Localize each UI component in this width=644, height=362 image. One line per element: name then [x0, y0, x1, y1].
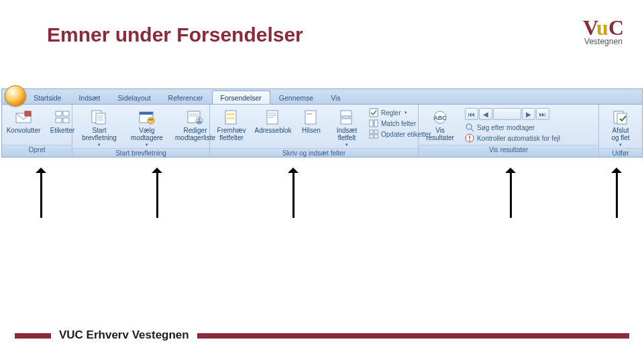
- annotation-arrow: [292, 171, 294, 218]
- highlight-fields-icon: [222, 109, 241, 126]
- svg-point-47: [469, 140, 470, 141]
- svg-rect-34: [374, 120, 378, 127]
- svg-point-20: [198, 118, 201, 121]
- svg-rect-2: [56, 111, 62, 116]
- svg-rect-32: [370, 109, 378, 117]
- btn-vaelg-modtagere[interactable]: Vælg modtagere ▾: [124, 107, 170, 148]
- group-label-udfor: Udfør: [599, 148, 642, 157]
- annotation-arrow: [156, 171, 158, 218]
- logo: VuC Vestegnen: [583, 17, 624, 46]
- nav-prev[interactable]: ◀: [479, 108, 492, 120]
- group-label-opret: Opret: [2, 145, 72, 157]
- svg-rect-22: [227, 113, 235, 115]
- annotation-arrow: [510, 171, 512, 218]
- group-opret: Konvolutter Etiketter Opret: [2, 105, 72, 157]
- annotation-arrow: [40, 171, 42, 218]
- ribbon: Startside Indsæt Sidelayout Referencer F…: [1, 88, 643, 158]
- svg-rect-28: [305, 111, 316, 124]
- svg-rect-12: [140, 112, 153, 115]
- page-title: Emner under Forsendelser: [47, 23, 303, 46]
- mailmerge-start-icon: [90, 109, 109, 126]
- chevron-down-icon: ▾: [146, 142, 148, 147]
- svg-rect-3: [63, 111, 69, 116]
- nav-record-box[interactable]: [493, 108, 521, 120]
- address-block-icon: [264, 109, 282, 126]
- search-icon: [465, 123, 474, 132]
- tab-referencer[interactable]: Referencer: [160, 90, 212, 104]
- envelope-icon: [14, 109, 33, 126]
- svg-rect-39: [370, 135, 373, 138]
- svg-rect-4: [56, 118, 62, 123]
- update-labels-icon: [369, 129, 378, 139]
- svg-text:ABC: ABC: [433, 115, 447, 121]
- tab-startside[interactable]: Startside: [25, 90, 70, 104]
- check-errors-icon: [465, 133, 474, 143]
- btn-indsaet-fletfelt[interactable]: Indsæt fletfelt ▾: [327, 107, 366, 148]
- nav-last[interactable]: ⏭: [536, 108, 549, 120]
- rules-icon: [369, 108, 378, 117]
- svg-rect-38: [374, 130, 378, 133]
- tab-gennemse[interactable]: Gennemse: [270, 90, 322, 104]
- insert-field-icon: [337, 109, 356, 126]
- group-vis-resultater: ABC Vis resultater ⏮ ◀ ▶ ⏭: [419, 105, 599, 157]
- tab-sidelayout[interactable]: Sidelayout: [109, 90, 160, 104]
- group-udfor: Afslut og flet ▾ Udfør: [599, 105, 642, 157]
- greeting-icon: [302, 109, 321, 126]
- svg-point-15: [151, 119, 152, 120]
- btn-fremhaev-fletfelter[interactable]: Fremhæv fletfelter: [212, 107, 251, 142]
- svg-rect-7: [96, 113, 105, 124]
- btn-konvolutter[interactable]: Konvolutter: [4, 107, 43, 135]
- svg-line-44: [471, 129, 474, 131]
- chevron-down-icon: ▾: [619, 142, 622, 147]
- svg-rect-23: [227, 117, 235, 119]
- btn-adresseblok[interactable]: Adresseblok: [251, 107, 295, 135]
- annotation-arrow: [616, 171, 618, 218]
- nav-next[interactable]: ▶: [522, 108, 535, 120]
- recipients-icon: [138, 109, 156, 126]
- svg-rect-40: [374, 135, 378, 138]
- chevron-down-icon: ▾: [345, 142, 348, 147]
- btn-hilsen[interactable]: Hilsen: [295, 107, 327, 135]
- group-label-vis: Vis resultater: [419, 145, 598, 157]
- group-label-skriv: Skriv og indsæt felter: [210, 148, 418, 157]
- tab-forsendelser[interactable]: Forsendelser: [212, 90, 270, 104]
- svg-point-43: [466, 124, 472, 129]
- record-navigator: ⏮ ◀ ▶ ⏭: [465, 108, 560, 120]
- label-icon: [53, 109, 72, 126]
- btn-start-brevfletning[interactable]: Start brevfletning ▾: [74, 107, 124, 148]
- svg-rect-31: [342, 116, 350, 119]
- btn-sog-modtager[interactable]: Søg efter modtager: [465, 123, 560, 132]
- tab-vis[interactable]: Vis: [322, 90, 349, 104]
- svg-rect-5: [63, 118, 69, 123]
- tab-strip: Startside Indsæt Sidelayout Referencer F…: [2, 89, 642, 105]
- svg-rect-49: [617, 113, 627, 124]
- office-button[interactable]: [5, 85, 26, 107]
- nav-first[interactable]: ⏮: [465, 108, 478, 120]
- tab-indsaet[interactable]: Indsæt: [70, 90, 109, 104]
- group-skriv-indsaet: Fremhæv fletfelter Adresseblok Hilsen: [210, 105, 419, 157]
- svg-point-13: [148, 117, 154, 124]
- group-start-brevfletning: Start brevfletning ▾ Vælg modtagere ▾: [72, 105, 210, 157]
- match-fields-icon: [369, 119, 378, 128]
- btn-kontroller-fejl[interactable]: Kontroller automatisk for fejl: [465, 133, 560, 143]
- edit-list-icon: [186, 109, 205, 126]
- svg-rect-37: [370, 130, 373, 133]
- footer-text: VUC Erhverv Vestegnen: [51, 328, 197, 342]
- btn-vis-resultater[interactable]: ABC Vis resultater: [421, 107, 460, 142]
- svg-point-14: [149, 119, 150, 120]
- svg-rect-1: [25, 111, 31, 116]
- svg-rect-33: [370, 120, 373, 127]
- btn-afslut-flet[interactable]: Afslut og flet ▾: [601, 107, 640, 148]
- preview-icon: ABC: [431, 109, 449, 126]
- finish-merge-icon: [611, 109, 630, 126]
- group-label-start: Start brevfletning: [72, 148, 209, 157]
- chevron-down-icon: ▾: [98, 142, 101, 147]
